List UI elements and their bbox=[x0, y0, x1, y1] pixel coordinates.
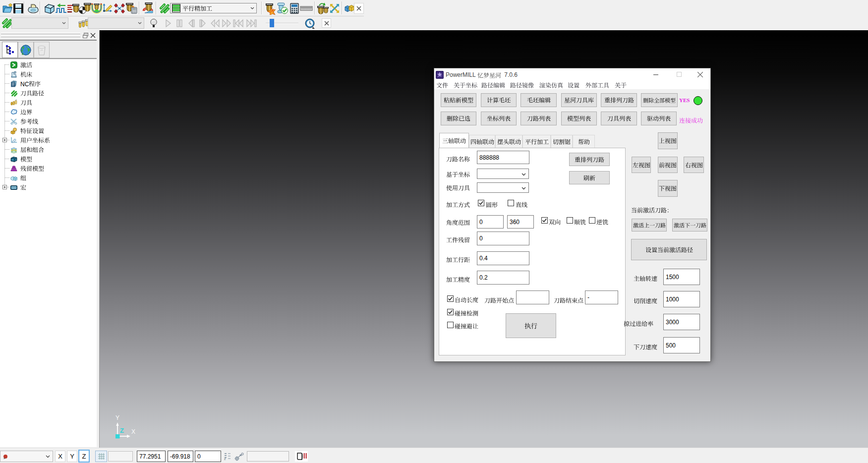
svg-text:X: X bbox=[131, 428, 135, 435]
svg-text:z: z bbox=[224, 457, 226, 461]
svg-text:Y: Y bbox=[116, 414, 119, 421]
svg-text:Z: Z bbox=[120, 427, 124, 434]
